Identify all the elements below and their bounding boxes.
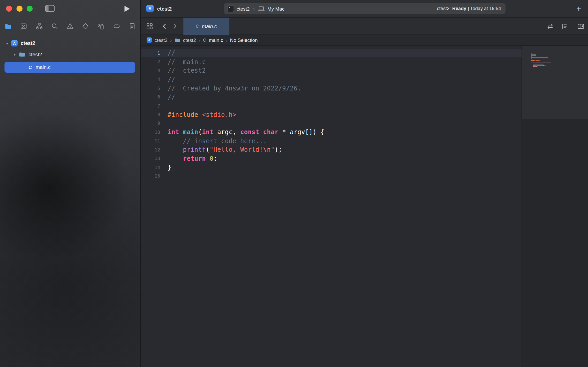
minimap[interactable]	[522, 46, 588, 367]
tree-item-file-selected[interactable]: C main.c	[4, 62, 135, 73]
jumpbar-group[interactable]: ctest2	[183, 37, 196, 43]
code-text[interactable]: // main.c	[160, 58, 206, 66]
code-text[interactable]: //	[160, 50, 175, 57]
code-text[interactable]: //	[160, 76, 175, 83]
code-line[interactable]: 1//	[141, 49, 522, 58]
related-items-grid-icon[interactable]	[146, 22, 153, 30]
toggle-sidebar-button[interactable]	[45, 4, 55, 13]
debug-navigator-icon[interactable]	[96, 22, 105, 31]
code-line[interactable]: 15	[141, 172, 522, 181]
reports-navigator-icon[interactable]	[127, 22, 137, 31]
source-editor[interactable]: 1//2// main.c3// ctest24//5// Created by…	[141, 46, 522, 367]
disclosure-chevron-icon[interactable]: ▾	[13, 52, 17, 56]
close-button[interactable]	[6, 6, 12, 12]
minimap-options-icon[interactable]	[561, 22, 568, 30]
zoom-button[interactable]	[27, 6, 33, 12]
line-number[interactable]: 13	[141, 156, 160, 161]
code-line[interactable]: 13 return 0;	[141, 154, 522, 163]
sidebar-divider[interactable]	[140, 0, 140, 367]
changes-navigator-icon[interactable]	[19, 22, 28, 31]
minimap-line	[531, 54, 536, 55]
code-text[interactable]: return 0;	[160, 155, 217, 162]
tab-main-c[interactable]: C main.c	[183, 18, 230, 35]
code-review-icon[interactable]	[546, 22, 554, 30]
code-text[interactable]: printf("Hello, World!\n");	[160, 146, 282, 154]
line-number[interactable]: 9	[141, 121, 160, 126]
library-add-button[interactable]: +	[576, 3, 581, 14]
breakpoints-navigator-icon[interactable]	[112, 22, 121, 31]
c-file-icon: C	[28, 65, 32, 70]
tree-group-label[interactable]: ctest2	[28, 51, 42, 57]
activity-status[interactable]: ctest2: Ready | Today at 19:54	[437, 6, 501, 11]
project-navigator-icon[interactable]	[4, 22, 13, 31]
scheme-destination-label[interactable]: My Mac	[267, 6, 284, 11]
code-text[interactable]: int main(int argc, const char * argv[]) …	[160, 129, 324, 136]
chevron-right-icon: ›	[253, 6, 254, 11]
line-number[interactable]: 3	[141, 68, 160, 73]
run-button[interactable]	[124, 5, 130, 12]
code-text[interactable]: // insert code here...	[160, 137, 267, 145]
code-text[interactable]: //	[160, 94, 175, 101]
code-text[interactable]: #include <stdio.h>	[160, 111, 236, 118]
code-line[interactable]: 10int main(int argc, const char * argv[]…	[141, 128, 522, 137]
project-icon: A	[146, 5, 154, 12]
issues-navigator-icon[interactable]	[66, 22, 75, 31]
code-line[interactable]: 9	[141, 119, 522, 128]
code-line[interactable]: 12 printf("Hello, World!\n");	[141, 146, 522, 154]
disclosure-chevron-icon[interactable]: ▾	[5, 41, 9, 45]
chevron-right-icon: ›	[170, 37, 172, 43]
minimap-lines	[522, 53, 588, 83]
line-number[interactable]: 11	[141, 139, 160, 144]
chevron-right-icon: ›	[226, 37, 227, 43]
project-icon: A	[11, 40, 18, 46]
line-number[interactable]: 4	[141, 77, 160, 82]
code-line[interactable]: 5// Created by 4nsw3r on 2022/9/26.	[141, 84, 522, 93]
line-number[interactable]: 12	[141, 147, 160, 152]
line-number[interactable]: 5	[141, 86, 160, 91]
c-file-icon: C	[203, 37, 206, 43]
tree-file-label[interactable]: main.c	[36, 64, 51, 70]
line-number[interactable]: 10	[141, 130, 160, 135]
symbols-navigator-icon[interactable]	[35, 22, 44, 31]
navigator-sidebar: ▾ A ctest2 ▾ ctest2 C main.c	[0, 0, 140, 367]
tree-item-project[interactable]: ▾ A ctest2	[0, 37, 140, 49]
jumpbar-selection[interactable]: No Selection	[230, 37, 258, 43]
line-number[interactable]: 1	[141, 50, 160, 56]
minimap-line	[531, 56, 532, 57]
code-text[interactable]: // Created by 4nsw3r on 2022/9/26.	[160, 85, 301, 92]
xcode-window: ▾ A ctest2 ▾ ctest2 C main.c A ctest2 >_	[0, 0, 588, 367]
line-number[interactable]: 6	[141, 95, 160, 100]
line-number[interactable]: 7	[141, 103, 160, 109]
minimap-line	[531, 64, 544, 65]
code-text[interactable]: // ctest2	[160, 67, 206, 74]
code-text[interactable]: }	[160, 164, 171, 171]
forward-button[interactable]	[171, 22, 178, 30]
back-button[interactable]	[161, 22, 168, 30]
code-line[interactable]: 3// ctest2	[141, 66, 522, 75]
code-line[interactable]: 11 // insert code here...	[141, 137, 522, 146]
code-line[interactable]: 8#include <stdio.h>	[141, 110, 522, 119]
find-navigator-icon[interactable]	[50, 22, 59, 31]
line-number[interactable]: 8	[141, 112, 160, 117]
line-number[interactable]: 2	[141, 59, 160, 64]
minimap-line	[531, 53, 532, 53]
code-line[interactable]: 7	[141, 102, 522, 110]
tests-navigator-icon[interactable]	[81, 22, 90, 31]
add-editor-icon[interactable]	[577, 22, 585, 30]
code-lines: 1//2// main.c3// ctest24//5// Created by…	[141, 49, 522, 181]
line-number[interactable]: 14	[141, 165, 160, 170]
jumpbar-file[interactable]: main.c	[209, 37, 223, 43]
code-line[interactable]: 6//	[141, 93, 522, 102]
jumpbar-project[interactable]: ctest2	[155, 37, 168, 43]
code-line[interactable]: 4//	[141, 75, 522, 84]
tree-project-label[interactable]: ctest2	[21, 40, 35, 46]
code-line[interactable]: 14}	[141, 163, 522, 172]
minimize-button[interactable]	[17, 6, 22, 12]
scheme-selector[interactable]: >_ ctest2 › My Mac ctest2: Ready | Today…	[223, 3, 506, 14]
tree-item-group[interactable]: ▾ ctest2	[0, 49, 140, 60]
scheme-target-label[interactable]: ctest2	[237, 6, 250, 11]
editor-area: A ctest2 >_ ctest2 › My Mac ctest2: Read…	[141, 0, 588, 367]
line-number[interactable]: 15	[141, 174, 160, 179]
code-line[interactable]: 2// main.c	[141, 58, 522, 66]
jump-bar: A ctest2 › ctest2 › C main.c › No Select…	[141, 35, 588, 46]
